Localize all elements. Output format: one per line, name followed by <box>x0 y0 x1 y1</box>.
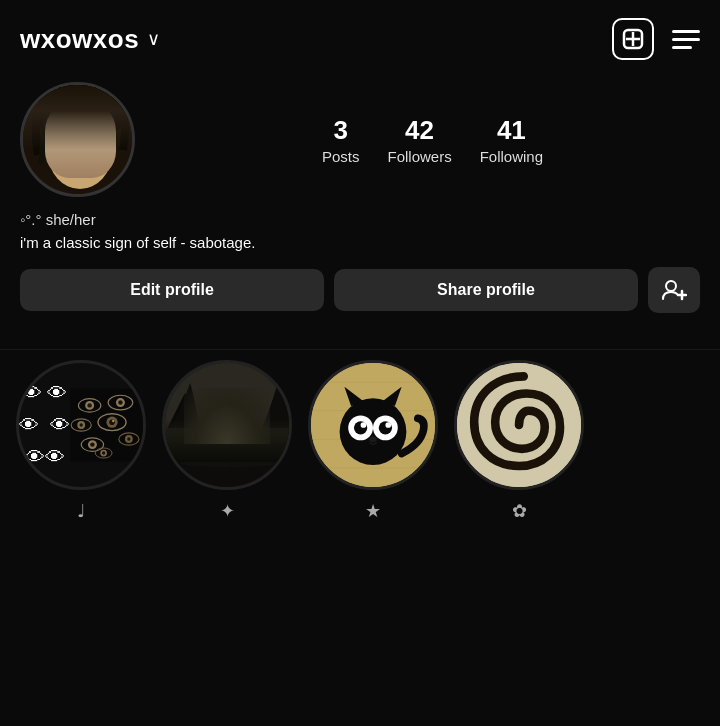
svg-rect-43 <box>165 433 292 490</box>
posts-stat[interactable]: 3 Posts <box>322 115 360 165</box>
svg-point-8 <box>85 141 101 159</box>
menu-line-3 <box>672 46 692 49</box>
highlights-section: ♩ <box>0 349 720 552</box>
svg-point-58 <box>385 422 391 428</box>
svg-line-13 <box>48 90 53 110</box>
highlight-icon-4: ✿ <box>512 500 527 522</box>
highlight-circle-1 <box>16 360 146 490</box>
avatar-svg <box>23 85 132 194</box>
profile-top: 3 Posts 42 Followers 41 Following <box>20 82 700 197</box>
svg-point-9 <box>63 145 71 155</box>
highlight-circle-2 <box>162 360 292 490</box>
menu-line-2 <box>672 38 700 41</box>
hamburger-menu-button[interactable] <box>672 30 700 49</box>
chevron-down-icon[interactable]: ∨ <box>147 28 160 50</box>
highlight-icon-1: ♩ <box>77 500 85 522</box>
following-stat[interactable]: 41 Following <box>480 115 543 165</box>
avatar[interactable] <box>20 82 135 197</box>
highlight-item-4[interactable]: ✿ <box>454 360 584 522</box>
svg-point-7 <box>59 141 75 159</box>
avatar-container <box>20 82 135 197</box>
svg-point-31 <box>112 420 114 422</box>
highlight-icon-3: ★ <box>365 500 381 522</box>
posts-count: 3 <box>333 115 347 146</box>
svg-rect-6 <box>40 85 121 130</box>
plus-icon <box>621 27 645 51</box>
menu-line-1 <box>672 30 700 33</box>
highlight-item-3[interactable]: ★ <box>308 360 438 522</box>
highlight-circle-3 <box>308 360 438 490</box>
username: wxowxos <box>20 24 139 55</box>
svg-point-57 <box>361 422 367 428</box>
following-label: Following <box>480 148 543 165</box>
header-right <box>612 18 700 60</box>
svg-point-34 <box>90 442 94 446</box>
svg-point-30 <box>109 419 115 425</box>
add-friend-button[interactable] <box>648 267 700 313</box>
eye-pattern-svg <box>70 365 143 485</box>
followers-count: 42 <box>405 115 434 146</box>
add-person-icon <box>661 277 687 303</box>
highlight-item-2[interactable]: ✦ <box>162 360 292 522</box>
svg-point-37 <box>127 437 130 440</box>
svg-point-10 <box>89 145 97 155</box>
header-left: wxowxos ∨ <box>20 24 160 55</box>
bio-text: i'm a classic sign of self - sabotage. <box>20 232 700 253</box>
svg-point-24 <box>118 400 122 404</box>
svg-point-5 <box>48 117 112 189</box>
highlight-circle-4 <box>454 360 584 490</box>
top-header: wxowxos ∨ <box>0 0 720 72</box>
highlight-icon-2: ✦ <box>220 500 235 522</box>
svg-point-11 <box>42 85 118 123</box>
avatar-image <box>23 85 132 194</box>
following-count: 41 <box>497 115 526 146</box>
svg-rect-44 <box>165 428 292 440</box>
share-profile-button[interactable]: Share profile <box>334 269 638 311</box>
spiral-svg <box>457 360 581 490</box>
edit-profile-button[interactable]: Edit profile <box>20 269 324 311</box>
svg-rect-12 <box>38 93 123 108</box>
svg-point-27 <box>80 423 83 426</box>
followers-label: Followers <box>387 148 451 165</box>
cat-svg <box>311 360 435 490</box>
landscape-svg <box>165 363 292 490</box>
pronouns: ◦°.° she/her <box>20 211 700 228</box>
create-content-button[interactable] <box>612 18 654 60</box>
posts-label: Posts <box>322 148 360 165</box>
bio-section: ◦°.° she/her i'm a classic sign of self … <box>20 211 700 253</box>
svg-point-40 <box>102 451 105 454</box>
highlight-item-1[interactable]: ♩ <box>16 360 146 522</box>
svg-point-21 <box>89 404 91 406</box>
svg-point-59 <box>369 436 377 442</box>
svg-point-14 <box>666 281 676 291</box>
highlights-row: ♩ <box>16 360 704 532</box>
svg-point-4 <box>40 85 120 150</box>
followers-stat[interactable]: 42 Followers <box>387 115 451 165</box>
svg-point-45 <box>190 448 270 458</box>
action-buttons: Edit profile Share profile <box>20 267 700 313</box>
profile-section: 3 Posts 42 Followers 41 Following ◦°.° s… <box>0 72 720 349</box>
stats-container: 3 Posts 42 Followers 41 Following <box>165 115 700 165</box>
svg-rect-42 <box>165 363 292 433</box>
